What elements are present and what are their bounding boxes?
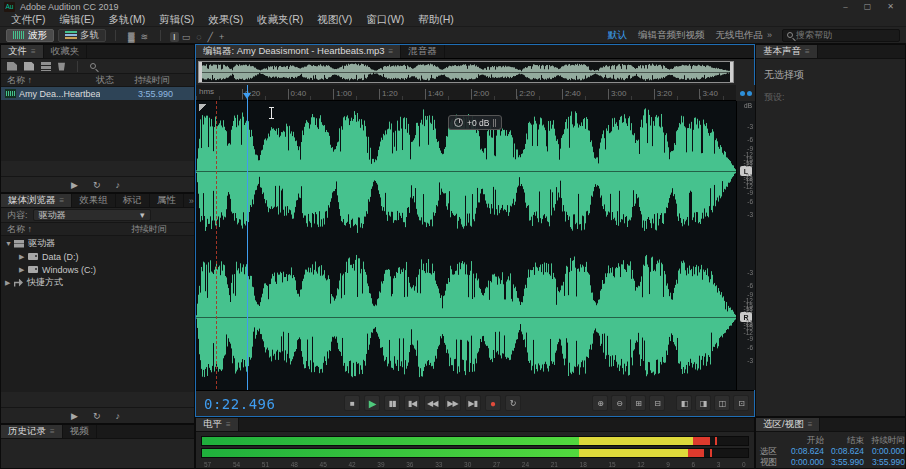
- zoom-out-amplitude-button[interactable]: ⊟: [649, 395, 665, 411]
- zoom-in-amplitude-button[interactable]: ⊞: [630, 395, 646, 411]
- import-file-button[interactable]: [7, 62, 17, 71]
- rewind-button[interactable]: ◀◀: [424, 395, 440, 411]
- tab-mixer[interactable]: 混音器: [401, 45, 445, 58]
- tree-item-drive-c[interactable]: ▶ Windows (C:): [1, 263, 194, 276]
- zoom-to-selection-in-point-button[interactable]: ◧: [676, 395, 692, 411]
- playhead-handle-icon[interactable]: [243, 93, 251, 103]
- range-handle-right[interactable]: [730, 62, 733, 82]
- zoom-out-full-button[interactable]: ⊡: [733, 395, 749, 411]
- cti-marker[interactable]: [216, 101, 217, 390]
- move-cti-previous-button[interactable]: ▮◀: [404, 395, 420, 411]
- new-file-button[interactable]: [24, 62, 34, 71]
- menu-item[interactable]: 效果(S): [201, 13, 250, 27]
- multitrack-view-button[interactable]: 多轨: [58, 29, 106, 42]
- tab-selection-view[interactable]: 选区/视图 ≡: [756, 418, 820, 431]
- tree-item-drives[interactable]: ▼ 驱动器: [1, 237, 194, 250]
- close-button[interactable]: ✕: [887, 2, 894, 11]
- menu-item[interactable]: 收藏夹(R): [250, 13, 310, 27]
- playhead[interactable]: [247, 85, 248, 390]
- menu-item[interactable]: 剪辑(S): [152, 13, 201, 27]
- delete-file-button[interactable]: [58, 62, 65, 71]
- hud-drag-handle[interactable]: [493, 119, 496, 127]
- tree-item-drive-d[interactable]: ▶ Data (D:): [1, 250, 194, 263]
- tab-media-browser[interactable]: 媒体浏览器 ≡: [1, 194, 72, 207]
- workspace-tab[interactable]: 编辑音频到视频: [638, 29, 705, 42]
- tab-properties[interactable]: 属性: [150, 194, 184, 207]
- column-header-status[interactable]: 状态: [96, 74, 131, 87]
- menu-item[interactable]: 视图(V): [310, 13, 359, 27]
- overview-range-box[interactable]: [198, 61, 734, 83]
- tab-files[interactable]: 文件 ≡: [1, 45, 44, 58]
- disclosure-icon[interactable]: ▼: [5, 240, 14, 247]
- fast-forward-button[interactable]: ▶▶: [444, 395, 460, 411]
- file-row[interactable]: Amy Dea...Heartbeats.mp3 3:55.990: [1, 87, 194, 100]
- disclosure-icon[interactable]: ▶: [19, 266, 28, 274]
- menu-item[interactable]: 文件(F): [4, 13, 52, 27]
- tab-essential-sound[interactable]: 基本声音 ≡: [756, 45, 818, 58]
- menu-item[interactable]: 多轨(M): [101, 13, 152, 27]
- minimize-button[interactable]: –: [843, 2, 847, 11]
- range-handle-left[interactable]: [199, 62, 202, 82]
- auto-play-icon[interactable]: ♪: [115, 180, 120, 190]
- selection-end-value[interactable]: 0:08.624: [824, 446, 864, 457]
- menu-item[interactable]: 编辑(E): [52, 13, 101, 27]
- view-duration-value[interactable]: 3:55.990: [864, 457, 905, 468]
- column-header-duration[interactable]: 持续时间: [131, 223, 194, 236]
- tab-video[interactable]: 视频: [63, 425, 97, 438]
- maximize-button[interactable]: ▢: [864, 2, 872, 11]
- panel-menu-icon[interactable]: ≡: [60, 196, 65, 205]
- move-cti-next-button[interactable]: ▶▮: [465, 395, 481, 411]
- auto-play-icon[interactable]: ♪: [115, 411, 120, 421]
- zoom-handle-icon[interactable]: [740, 91, 745, 96]
- time-ruler[interactable]: hms 0:200:401:001:201:402:002:202:403:00…: [196, 85, 736, 101]
- waveform-view-button[interactable]: 波形: [6, 29, 54, 42]
- tab-history[interactable]: 历史记录 ≡: [1, 425, 63, 438]
- tab-favorites[interactable]: 收藏夹: [44, 45, 88, 58]
- panel-menu-icon[interactable]: ≡: [808, 420, 813, 429]
- view-start-value[interactable]: 0:00.000: [784, 457, 824, 468]
- preview-play-button[interactable]: ▶: [71, 411, 78, 421]
- paintbrush-selection-tool[interactable]: ╱: [205, 32, 216, 42]
- time-selection-tool[interactable]: I: [170, 32, 179, 42]
- column-header-duration[interactable]: 持续时间: [131, 74, 194, 87]
- disclosure-icon[interactable]: ▶: [5, 279, 14, 287]
- help-search-input[interactable]: [796, 30, 895, 40]
- zoom-handle-icon[interactable]: [747, 91, 752, 96]
- tab-editor[interactable]: 编辑器: Amy Deasismont - Heartbeats.mp3 ≡: [196, 45, 401, 58]
- panel-menu-icon[interactable]: ≡: [805, 47, 810, 56]
- tab-markers[interactable]: 标记: [116, 194, 150, 207]
- volume-hud[interactable]: +0 dB: [448, 115, 502, 130]
- amplitude-ruler[interactable]: dB L R -3-3-6-6-9-9-12-12-15-15-18-18-21…: [736, 101, 755, 390]
- play-button[interactable]: ▶: [364, 395, 380, 411]
- zoom-in-time-button[interactable]: ⊕: [592, 395, 608, 411]
- marquee-selection-tool[interactable]: ▭: [179, 32, 194, 42]
- volume-knob-icon[interactable]: [454, 118, 463, 127]
- loop-playback-button[interactable]: ↻: [505, 395, 521, 411]
- zoom-out-time-button[interactable]: ⊖: [611, 395, 627, 411]
- menu-item[interactable]: 窗口(W): [359, 13, 411, 27]
- lasso-selection-tool[interactable]: ◌: [193, 32, 204, 42]
- overview-navigator[interactable]: [198, 61, 734, 83]
- selection-start-value[interactable]: 0:08.624: [784, 446, 824, 457]
- content-source-dropdown[interactable]: 驱动器 ▾: [33, 209, 151, 221]
- workspace-tab[interactable]: 无线电作品: [715, 29, 763, 42]
- view-end-value[interactable]: 3:55.990: [824, 457, 864, 468]
- spectral-frequency-display-button[interactable]: ▓: [125, 32, 138, 42]
- disclosure-icon[interactable]: ▶: [19, 253, 28, 261]
- workspace-tab[interactable]: 默认: [608, 29, 627, 42]
- spectral-pitch-display-button[interactable]: ≋: [138, 32, 152, 42]
- column-header-name[interactable]: 名称 ↑: [1, 223, 131, 236]
- preview-loop-button[interactable]: ↻: [93, 411, 101, 421]
- column-header-name[interactable]: 名称 ↑: [1, 74, 96, 87]
- spot-healing-brush-tool[interactable]: +: [216, 32, 227, 42]
- search-files-icon[interactable]: [90, 63, 96, 69]
- time-display[interactable]: 0:22.496: [204, 396, 275, 412]
- record-button[interactable]: ●: [485, 395, 501, 411]
- menu-item[interactable]: 帮助(H): [411, 13, 461, 27]
- zoom-to-selection-out-point-button[interactable]: ◨: [695, 395, 711, 411]
- stop-button[interactable]: ■: [344, 395, 360, 411]
- tab-effects-rack[interactable]: 效果组: [72, 194, 116, 207]
- waveform-display[interactable]: +0 dB: [196, 101, 736, 390]
- zoom-to-selection-button[interactable]: ◫: [714, 395, 730, 411]
- selection-duration-value[interactable]: 0:00.000: [864, 446, 905, 457]
